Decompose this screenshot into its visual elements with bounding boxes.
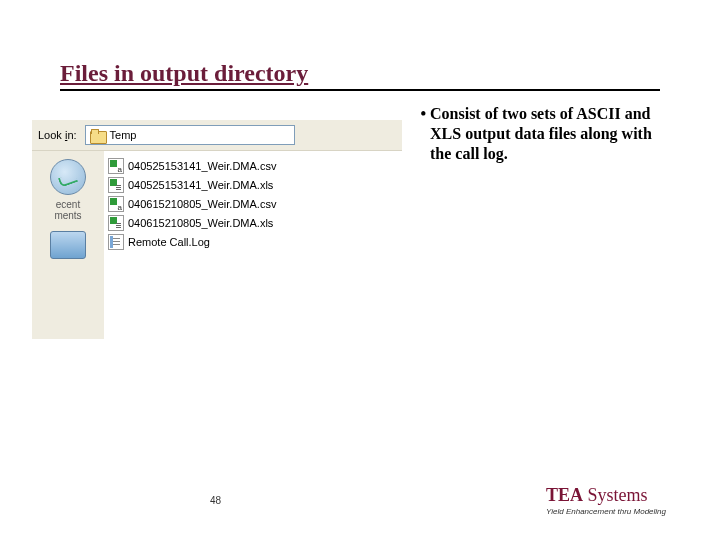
file-name: 040525153141_Weir.DMA.xls (128, 179, 273, 191)
csv-file-icon (108, 158, 124, 174)
xls-file-icon (108, 177, 124, 193)
file-name: 040615210805_Weir.DMA.xls (128, 217, 273, 229)
file-dialog: Look in: Temp ecentments 040525153141_We… (32, 120, 402, 338)
lookin-combobox[interactable]: Temp (85, 125, 295, 145)
file-name: Remote Call.Log (128, 236, 210, 248)
file-row[interactable]: Remote Call.Log (108, 233, 398, 250)
file-row[interactable]: 040525153141_Weir.DMA.csv (108, 157, 398, 174)
file-name: 040615210805_Weir.DMA.csv (128, 198, 276, 210)
page-title: Files in output directory (60, 60, 660, 91)
file-row[interactable]: 040525153141_Weir.DMA.xls (108, 176, 398, 193)
brand-logo-text: TEA Systems (546, 485, 666, 506)
file-name: 040525153141_Weir.DMA.csv (128, 160, 276, 172)
bullet-text: Consist of two sets of ASCII and XLS out… (430, 104, 670, 164)
places-bar: ecentments (32, 151, 104, 339)
xls-file-icon (108, 215, 124, 231)
log-file-icon (108, 234, 124, 250)
file-row[interactable]: 040615210805_Weir.DMA.csv (108, 195, 398, 212)
page-number: 48 (210, 495, 221, 506)
folder-icon (90, 129, 105, 142)
lookin-folder-name: Temp (110, 129, 137, 141)
file-list[interactable]: 040525153141_Weir.DMA.csv 040525153141_W… (104, 151, 402, 339)
brand-block: TEA Systems Yield Enhancement thru Model… (546, 485, 666, 516)
recent-documents-icon[interactable] (50, 159, 86, 195)
description-bullet: Consist of two sets of ASCII and XLS out… (412, 104, 670, 164)
file-row[interactable]: 040615210805_Weir.DMA.xls (108, 214, 398, 231)
brand-tagline: Yield Enhancement thru Modeling (546, 507, 666, 516)
lookin-label: Look in: (38, 129, 77, 141)
lookin-bar: Look in: Temp (32, 120, 402, 151)
recent-documents-label: ecentments (54, 199, 81, 221)
desktop-icon[interactable] (50, 231, 86, 259)
csv-file-icon (108, 196, 124, 212)
